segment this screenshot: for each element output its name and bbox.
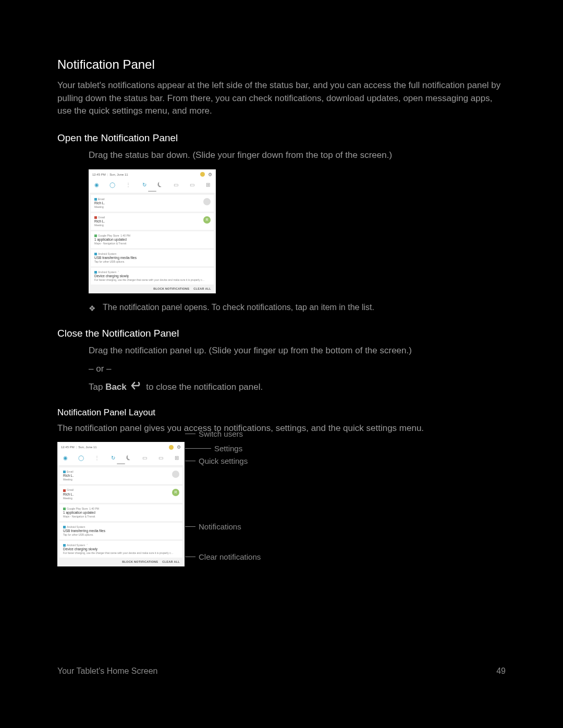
- footer-section: Your Tablet's Home Screen: [57, 667, 158, 676]
- subsection-heading: Open the Notification Panel: [57, 132, 506, 144]
- bullet-text: The notification panel opens. To check n…: [103, 303, 374, 312]
- subsection-heading: Notification Panel Layout: [57, 408, 506, 418]
- bullet-icon: ❖: [89, 304, 95, 313]
- or-text: – or –: [89, 363, 506, 376]
- bullet-item: ❖ The notification panel opens. To check…: [89, 303, 506, 313]
- page-footer: Your Tablet's Home Screen 49: [57, 667, 506, 676]
- callout-clear: Clear notifications: [185, 552, 261, 561]
- document-page: Notification Panel Your tablet's notific…: [57, 57, 506, 676]
- notification-panel-mock: 12:45 PM|Sun, June 11⚙◉◯⋮↻⏾▭▭⊞EmailRich …: [89, 169, 216, 294]
- screenshot-figure: 12:45 PM|Sun, June 11⚙◉◯⋮↻⏾▭▭⊞EmailRich …: [89, 169, 506, 294]
- notification-panel-mock: 12:45 PM|Sun, June 11⚙◉◯⋮↻⏾▭▭⊞EmailRich …: [57, 442, 185, 566]
- screenshot-figure-annotated: 12:45 PM|Sun, June 11⚙◉◯⋮↻⏾▭▭⊞EmailRich …: [57, 442, 506, 566]
- callout-notifications: Notifications: [185, 522, 241, 531]
- section-heading: Notification Panel: [57, 57, 506, 72]
- callout-settings: Settings: [185, 444, 242, 453]
- instruction-text: Drag the status bar down. (Slide your fi…: [89, 149, 506, 162]
- subsection-heading: Close the Notification Panel: [57, 328, 506, 339]
- callout-quick-settings: Quick settings: [185, 456, 248, 465]
- back-icon: [131, 381, 142, 394]
- instruction-text: Drag the notification panel up. (Slide y…: [89, 344, 506, 357]
- back-word: Back: [105, 382, 127, 392]
- tap-back-line: Tap Back to close the notification panel…: [89, 381, 506, 394]
- page-number: 49: [496, 667, 506, 676]
- callout-switch-users: Switch users: [185, 429, 243, 438]
- layout-paragraph: The notification panel gives you access …: [57, 422, 506, 435]
- tap-prefix: Tap: [89, 382, 105, 392]
- intro-paragraph: Your tablet's notifications appear at th…: [57, 79, 506, 118]
- tap-suffix: to close the notification panel.: [146, 382, 263, 392]
